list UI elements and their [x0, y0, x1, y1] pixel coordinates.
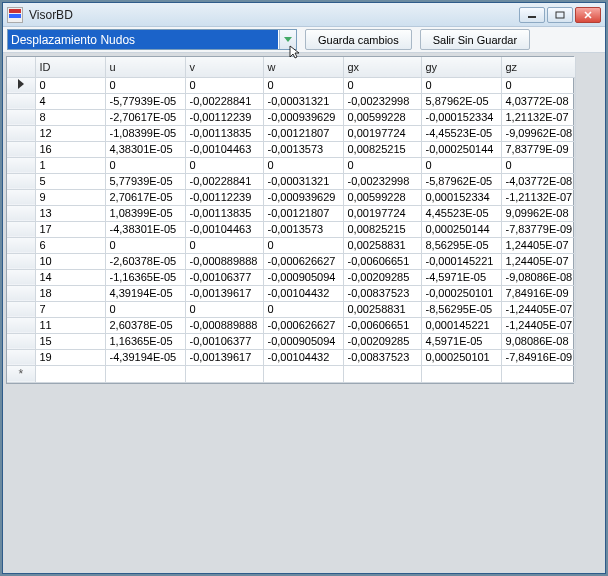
cell-gz[interactable]: 1,21132E-07: [501, 109, 575, 125]
cell-u[interactable]: -1,08399E-05: [105, 125, 185, 141]
row-header[interactable]: [7, 189, 35, 205]
cell-u[interactable]: 2,60378E-05: [105, 317, 185, 333]
cell-gy[interactable]: 0,000250101: [421, 349, 501, 365]
table-row[interactable]: 55,77939E-05-0,00228841-0,00031321-0,002…: [7, 173, 575, 189]
cell-empty[interactable]: [185, 365, 263, 382]
cell-empty[interactable]: [421, 365, 501, 382]
cell-v[interactable]: -0,00106377: [185, 269, 263, 285]
cell-v[interactable]: -0,00104463: [185, 141, 263, 157]
cell-v[interactable]: -0,000889888: [185, 317, 263, 333]
row-header[interactable]: [7, 349, 35, 365]
row-header[interactable]: [7, 333, 35, 349]
cell-gx[interactable]: -0,00232998: [343, 173, 421, 189]
cell-gz[interactable]: -4,03772E-08: [501, 173, 575, 189]
cell-id[interactable]: 9: [35, 189, 105, 205]
cell-gz[interactable]: 4,03772E-08: [501, 93, 575, 109]
cell-gz[interactable]: 9,08086E-08: [501, 333, 575, 349]
cell-w[interactable]: -0,000905094: [263, 333, 343, 349]
cell-u[interactable]: 0: [105, 157, 185, 173]
save-button[interactable]: Guarda cambios: [305, 29, 412, 50]
cell-gz[interactable]: 1,24405E-07: [501, 253, 575, 269]
cell-u[interactable]: 4,38301E-05: [105, 141, 185, 157]
cell-gz[interactable]: -7,84916E-09: [501, 349, 575, 365]
cell-gy[interactable]: -0,000250144: [421, 141, 501, 157]
table-row[interactable]: 164,38301E-05-0,00104463-0,00135730,0082…: [7, 141, 575, 157]
cell-u[interactable]: 1,16365E-05: [105, 333, 185, 349]
cell-id[interactable]: 8: [35, 109, 105, 125]
cell-gy[interactable]: 8,56295E-05: [421, 237, 501, 253]
row-header[interactable]: [7, 285, 35, 301]
cell-w[interactable]: -0,00104432: [263, 349, 343, 365]
cell-gx[interactable]: -0,00209285: [343, 333, 421, 349]
cell-gy[interactable]: -0,000152334: [421, 109, 501, 125]
cell-v[interactable]: 0: [185, 301, 263, 317]
col-header-gz[interactable]: gz: [501, 57, 575, 77]
table-row[interactable]: 12-1,08399E-05-0,00113835-0,001218070,00…: [7, 125, 575, 141]
table-row[interactable]: 112,60378E-05-0,000889888-0,000626627-0,…: [7, 317, 575, 333]
cell-gz[interactable]: -1,24405E-07: [501, 301, 575, 317]
cell-w[interactable]: -0,000939629: [263, 189, 343, 205]
cell-id[interactable]: 18: [35, 285, 105, 301]
row-header[interactable]: [7, 221, 35, 237]
exit-button[interactable]: Salir Sin Guardar: [420, 29, 530, 50]
cell-u[interactable]: -2,70617E-05: [105, 109, 185, 125]
cell-gx[interactable]: 0,00197724: [343, 205, 421, 221]
minimize-button[interactable]: [519, 7, 545, 23]
cell-w[interactable]: -0,000626627: [263, 317, 343, 333]
table-row[interactable]: 10-2,60378E-05-0,000889888-0,000626627-0…: [7, 253, 575, 269]
cell-w[interactable]: 0: [263, 157, 343, 173]
new-row[interactable]: *: [7, 365, 575, 382]
cell-gx[interactable]: 0: [343, 157, 421, 173]
cell-empty[interactable]: [343, 365, 421, 382]
table-row[interactable]: 1000000: [7, 157, 575, 173]
cell-gx[interactable]: 0,00258831: [343, 301, 421, 317]
cell-w[interactable]: -0,00104432: [263, 285, 343, 301]
cell-gz[interactable]: 7,84916E-09: [501, 285, 575, 301]
col-header-v[interactable]: v: [185, 57, 263, 77]
cell-u[interactable]: -4,38301E-05: [105, 221, 185, 237]
cell-id[interactable]: 12: [35, 125, 105, 141]
cell-w[interactable]: 0: [263, 301, 343, 317]
cell-gz[interactable]: -1,21132E-07: [501, 189, 575, 205]
data-grid[interactable]: ID u v w gx gy gz 00000004-5,77939E-05-0…: [6, 56, 574, 384]
cell-id[interactable]: 4: [35, 93, 105, 109]
cell-gy[interactable]: -4,45523E-05: [421, 125, 501, 141]
cell-v[interactable]: -0,00112239: [185, 189, 263, 205]
cell-v[interactable]: 0: [185, 157, 263, 173]
cell-w[interactable]: -0,00031321: [263, 173, 343, 189]
cell-id[interactable]: 16: [35, 141, 105, 157]
cell-gz[interactable]: -9,09962E-08: [501, 125, 575, 141]
cell-gx[interactable]: -0,00606651: [343, 317, 421, 333]
cell-v[interactable]: -0,00139617: [185, 349, 263, 365]
row-header[interactable]: [7, 253, 35, 269]
cell-w[interactable]: -0,000939629: [263, 109, 343, 125]
cell-gz[interactable]: -7,83779E-09: [501, 221, 575, 237]
cell-gy[interactable]: 0,000250144: [421, 221, 501, 237]
cell-id[interactable]: 0: [35, 77, 105, 93]
cell-u[interactable]: 0: [105, 77, 185, 93]
cell-u[interactable]: 5,77939E-05: [105, 173, 185, 189]
cell-w[interactable]: -0,00121807: [263, 125, 343, 141]
cell-gx[interactable]: 0,00825215: [343, 221, 421, 237]
cell-w[interactable]: -0,000905094: [263, 269, 343, 285]
cell-v[interactable]: -0,00104463: [185, 221, 263, 237]
cell-gz[interactable]: 1,24405E-07: [501, 237, 575, 253]
row-header[interactable]: [7, 157, 35, 173]
row-header[interactable]: [7, 125, 35, 141]
cell-w[interactable]: 0: [263, 77, 343, 93]
col-header-gx[interactable]: gx: [343, 57, 421, 77]
cell-u[interactable]: -4,39194E-05: [105, 349, 185, 365]
cell-gx[interactable]: 0,00599228: [343, 189, 421, 205]
row-header[interactable]: [7, 93, 35, 109]
row-header[interactable]: [7, 109, 35, 125]
cell-gx[interactable]: -0,00232998: [343, 93, 421, 109]
cell-gx[interactable]: -0,00209285: [343, 269, 421, 285]
cell-gx[interactable]: 0,00825215: [343, 141, 421, 157]
cell-u[interactable]: 2,70617E-05: [105, 189, 185, 205]
table-row[interactable]: 60000,002588318,56295E-051,24405E-07: [7, 237, 575, 253]
cell-gy[interactable]: 0,000145221: [421, 317, 501, 333]
table-row[interactable]: 131,08399E-05-0,00113835-0,001218070,001…: [7, 205, 575, 221]
cell-gy[interactable]: 5,87962E-05: [421, 93, 501, 109]
cell-gy[interactable]: 0: [421, 77, 501, 93]
cell-empty[interactable]: [501, 365, 575, 382]
